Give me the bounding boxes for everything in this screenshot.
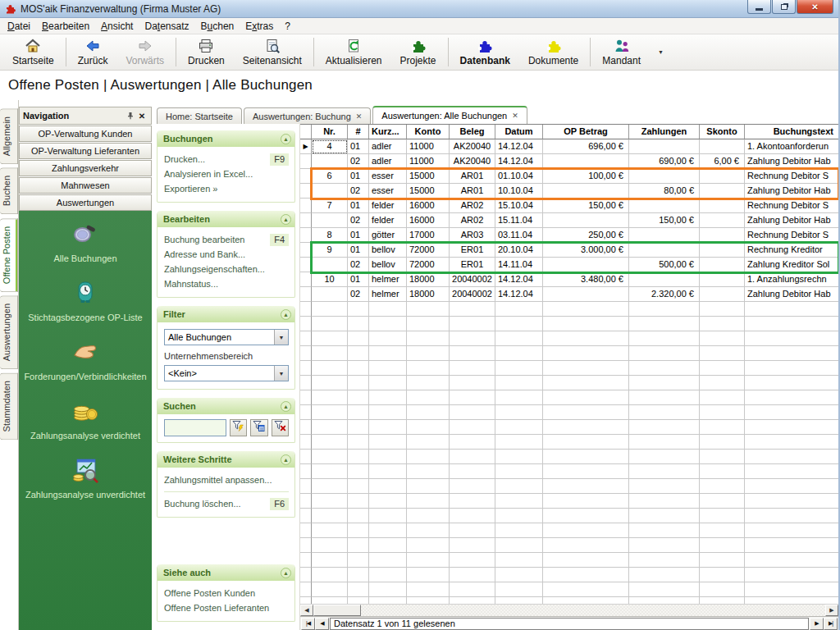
side-tab-offene-posten[interactable]: Offene Posten [0,218,18,292]
row-selector-cell[interactable] [300,272,312,287]
column-header-buchungstext[interactable]: Buchungstext [745,125,838,139]
cell-kurz[interactable]: helmer [369,272,407,287]
toolbar-zurück[interactable]: Zurück [69,35,117,69]
combo-kein[interactable]: <Kein>▼ [164,365,289,381]
nav-button-op-verwaltung-lieferanten[interactable]: OP-Verwaltung Lieferanten [19,143,152,159]
cell-konto[interactable]: 16000 [407,213,450,228]
cell-beleg[interactable]: 20040002 [450,287,495,302]
link-buchung-bearbeiten[interactable]: Buchung bearbeiten [164,235,244,244]
cell-nr[interactable] [312,258,348,272]
cell-beleg[interactable]: AR03 [450,228,495,243]
link-buchung-löschen[interactable]: Buchung löschen... [164,499,241,509]
cell-nr[interactable]: 10 [312,272,348,287]
scroll-left-icon[interactable]: ◀ [300,605,313,616]
row-selector-cell[interactable] [300,258,312,272]
cell-kurz[interactable]: esser [369,169,407,184]
cell-item[interactable]: 01 [348,243,369,258]
cell-zahlungen[interactable] [629,228,700,243]
cell-beleg[interactable]: AK20040 [450,139,495,154]
cell-datum[interactable]: 15.10.04 [495,199,543,213]
cell-datum[interactable]: 14.11.04 [495,258,543,272]
cell-op-betrag[interactable] [543,184,629,199]
cell-buchungstext[interactable]: 1. Akontoanforderun [745,139,838,154]
toolbar-aktualisieren[interactable]: Aktualisieren [317,35,391,69]
tab-auswertungen-alle-buchungen[interactable]: Auswertungen: Alle Buchungen✕ [372,106,527,124]
side-tab-auswertungen[interactable]: Auswertungen [0,295,18,369]
tab-close-icon[interactable]: ✕ [356,112,363,121]
scrollbar-thumb[interactable] [313,605,361,616]
row-selector-cell[interactable] [300,184,312,199]
cell-skonto[interactable] [700,139,745,154]
last-record-button[interactable]: ▶| [824,618,838,630]
menu-item-buchen[interactable]: Buchen [195,19,240,34]
tab-close-icon[interactable]: ✕ [512,112,518,120]
cell-zahlungen[interactable] [629,199,700,213]
cell-skonto[interactable] [700,228,745,243]
menu-item-datensatz[interactable]: Datensatz [139,19,194,34]
cell-nr[interactable]: 6 [312,169,348,184]
row-selector-cell[interactable] [300,213,312,228]
cell-konto[interactable]: 17000 [407,228,450,243]
cell-konto[interactable]: 15000 [407,184,450,199]
first-record-button[interactable]: |◀ [301,618,315,630]
cell-nr[interactable] [312,287,348,302]
section-header-weitere-schritte[interactable]: Weitere Schritte▲ [158,451,294,468]
nav-item-forderungen-verbindlichkeiten[interactable]: Forderungen/Verbindlichkeiten [19,337,152,382]
cell-konto[interactable]: 11000 [407,139,450,154]
next-record-button[interactable]: ▶ [810,618,824,630]
toolbar-dokumente[interactable]: Dokumente [519,35,587,69]
column-header-konto[interactable]: Konto [407,125,450,139]
cell-kurz[interactable]: bellov [369,243,407,258]
cell-buchungstext[interactable]: Rechnung Kreditor [745,243,838,258]
cell-kurz[interactable]: helmer [369,287,407,302]
cell-zahlungen[interactable]: 2.320,00 € [629,287,700,302]
cell-konto[interactable]: 15000 [407,169,450,184]
filter-remove-button[interactable] [272,419,289,436]
cell-skonto[interactable] [700,258,745,272]
cell-nr[interactable]: 4 [312,139,348,154]
cell-skonto[interactable] [700,272,745,287]
pin-icon[interactable] [125,110,136,121]
column-header-kurz[interactable]: Kurz... [369,125,407,139]
row-selector-cell[interactable] [300,243,312,258]
cell-kurz[interactable]: adler [369,154,407,169]
cell-konto[interactable]: 72000 [407,258,450,272]
collapse-icon[interactable]: ▲ [281,401,291,412]
cell-nr[interactable]: 7 [312,199,348,213]
side-tab-stammdaten[interactable]: Stammdaten [0,372,18,440]
cell-op-betrag[interactable]: 3.000,00 € [543,243,629,258]
cell-nr[interactable]: 8 [312,228,348,243]
cell-buchungstext[interactable]: Zahlung Debitor Hab [745,213,838,228]
cell-datum[interactable]: 14.12.04 [495,154,543,169]
toolbar-startseite[interactable]: Startseite [3,35,63,69]
search-input[interactable] [164,419,226,436]
scrollbar-track[interactable] [313,605,825,616]
cell-buchungstext[interactable]: Zahlung Kreditor Sol [745,258,838,272]
cell-skonto[interactable] [700,213,745,228]
combo-arrow-icon[interactable]: ▼ [274,330,288,345]
cell-skonto[interactable] [700,184,745,199]
column-header-op-betrag[interactable]: OP Betrag [543,125,629,139]
section-header-filter[interactable]: Filter▲ [158,306,294,322]
column-header-datum[interactable]: Datum [495,125,543,139]
column-header-beleg[interactable]: Beleg [450,125,495,139]
link-zahlungsmittel-anpassen[interactable]: Zahlungsmittel anpassen... [164,475,272,485]
cell-op-betrag[interactable] [543,258,629,272]
cell-zahlungen[interactable] [629,272,700,287]
nav-button-op-verwaltung-kunden[interactable]: OP-Verwaltung Kunden [19,126,152,142]
scroll-right-icon[interactable]: ▶ [825,605,838,616]
section-header-bearbeiten[interactable]: Bearbeiten▲ [158,211,294,227]
cell-item[interactable]: 01 [348,139,369,154]
cell-kurz[interactable]: adler [369,139,407,154]
link-zahlungseigenschaften[interactable]: Zahlungseigenschaften... [164,264,265,274]
cell-item[interactable]: 01 [348,169,369,184]
row-selector-cell[interactable] [300,169,312,184]
cell-konto[interactable]: 11000 [407,154,450,169]
cell-datum[interactable]: 03.11.04 [495,228,543,243]
cell-datum[interactable]: 20.10.04 [495,243,543,258]
cell-item[interactable]: 02 [348,258,369,272]
cell-skonto[interactable] [700,243,745,258]
restore-button[interactable] [772,0,796,14]
collapse-icon[interactable]: ▲ [281,134,291,144]
menu-item-ansicht[interactable]: Ansicht [95,19,139,34]
